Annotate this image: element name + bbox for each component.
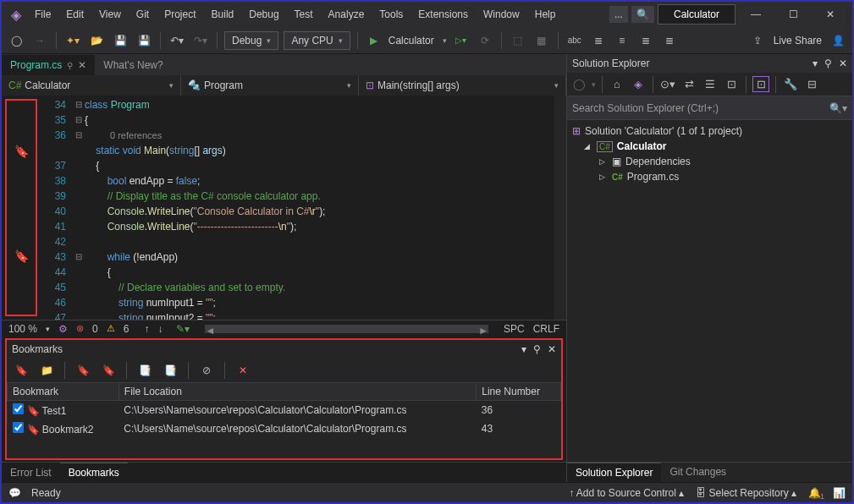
show-all-icon[interactable]: ⊡ [752,76,769,92]
col-header[interactable]: Line Number [477,383,561,401]
browser-icon[interactable]: ▦ [532,31,551,50]
notifications-icon[interactable]: 🔔1 [808,487,821,499]
platform-combo[interactable]: Any CPU [284,31,350,50]
prev-folder-icon[interactable]: 📑 [135,361,154,380]
switch-icon[interactable]: ◈ [630,78,647,90]
start-button[interactable]: ▶ [365,31,383,50]
start-target[interactable]: Calculator [388,35,434,47]
menu-project[interactable]: Project [157,5,203,24]
dropdown-icon[interactable]: ▾ [521,343,526,355]
tab-errorlist[interactable]: Error List [2,463,60,482]
hot-reload-icon[interactable]: ⟳ [476,31,494,50]
sync-icon[interactable]: ⊙▾ [659,78,676,90]
close-icon[interactable]: ✕ [839,58,847,69]
filter-icon[interactable]: ☰ [702,78,719,90]
preview-icon[interactable]: ⊟ [803,78,820,90]
delete-icon[interactable]: ✕ [234,361,252,380]
new-icon[interactable]: ✦▾ [63,31,82,50]
expand-icon[interactable]: ▷ [599,157,608,166]
liveshare-label[interactable]: Live Share [774,35,822,47]
pending-icon[interactable]: ⇄ [680,78,697,90]
save-icon[interactable]: 💾 [111,31,129,50]
next-folder-icon[interactable]: 📑 [161,361,179,380]
bookmark-margin[interactable]: 🔖 🔖 [5,99,37,316]
comment-icon[interactable]: ≣ [636,31,655,50]
next-bookmark-icon[interactable]: 🔖 [99,361,118,380]
feedback-icon[interactable]: 📊 [833,487,846,499]
menu-file[interactable]: File [27,5,58,24]
encoding[interactable]: SPC [504,323,525,335]
back-icon[interactable]: ◯ [7,31,25,50]
menu-help[interactable]: Help [527,5,564,24]
liveshare-icon[interactable]: ⇪ [748,31,767,50]
pin-icon[interactable]: ⚲ [533,343,541,355]
pin-icon[interactable]: ⚲ [824,58,832,69]
uncomment-icon[interactable]: ≣ [660,31,679,50]
bookmark-row[interactable]: 🔖 Bookmark2C:\Users\Name\source\repos\Ca… [8,419,561,438]
warning-icon[interactable]: ⚠ [107,323,115,334]
expand-icon[interactable]: ▷ [599,173,608,181]
new-folder-icon[interactable]: 📁 [37,361,56,380]
open-icon[interactable]: 📂 [87,31,106,50]
dropdown-icon[interactable]: ▾ [813,58,818,69]
toggle-bookmark-icon[interactable]: 🔖 [12,361,30,380]
down-arrow-icon[interactable]: ↓ [157,323,163,335]
search-dots-button[interactable]: ... [609,6,628,23]
collapse-icon[interactable]: ⊡ [723,78,740,90]
solution-node[interactable]: ⊞Solution 'Calculator' (1 of 1 project) [567,123,852,139]
pen-icon[interactable]: ✎▾ [176,323,190,335]
maximize-button[interactable]: ☐ [776,3,810,26]
project-node[interactable]: ◢C#Calculator [567,139,852,154]
tab-program[interactable]: Program.cs⚲✕ [2,55,95,75]
menu-view[interactable]: View [91,5,129,24]
close-icon[interactable]: ✕ [548,343,556,355]
tab-git-changes[interactable]: Git Changes [661,463,735,482]
save-all-icon[interactable]: 💾 [135,31,153,50]
config-combo[interactable]: Debug [224,31,278,50]
minimap[interactable] [554,96,566,320]
step-icon[interactable]: ⬚ [509,31,527,50]
col-header[interactable]: Bookmark [8,383,119,401]
tab-solution-explorer[interactable]: Solution Explorer [567,463,661,482]
home-icon[interactable]: ⌂ [609,78,625,90]
output-icon[interactable]: 💬 [8,487,21,499]
menu-window[interactable]: Window [476,5,527,24]
bookmark-icon[interactable]: 🔖 [14,249,29,263]
nav-method[interactable]: ⊡Main(string[] args)▾ [359,75,566,96]
hscrollbar[interactable]: ◄► [205,325,488,333]
col-header[interactable]: File Location [118,383,476,401]
lightbulb-icon[interactable]: ⚙ [58,323,68,335]
select-repo[interactable]: 🗄 Select Repository ▴ [696,487,796,499]
file-node[interactable]: ▷C#Program.cs [567,169,852,184]
format-icon[interactable]: ≡ [613,31,631,50]
menu-debug[interactable]: Debug [241,5,286,24]
error-icon[interactable]: ⊗ [76,323,84,334]
code-editor[interactable]: 343536 373839404142434445464748 ⊟⊟⊟⊟ cla… [37,96,566,320]
prev-bookmark-icon[interactable]: 🔖 [74,361,92,380]
bookmark-row[interactable]: 🔖 Test1C:\Users\Name\source\repos\Calcul… [8,401,561,420]
menu-build[interactable]: Build [204,5,242,24]
menu-git[interactable]: Git [129,5,157,24]
nav-class[interactable]: 🔩Program▾ [181,75,359,96]
menu-edit[interactable]: Edit [58,5,91,24]
properties-icon[interactable]: 🔧 [782,78,799,90]
pin-icon[interactable]: ⚲ [67,61,73,70]
search-button[interactable]: 🔍 [631,6,654,23]
tab-bookmarks[interactable]: Bookmarks [60,463,128,482]
back-icon[interactable]: ◯ [570,78,587,90]
menu-tools[interactable]: Tools [372,5,410,24]
menu-analyze[interactable]: Analyze [321,5,372,24]
redo-icon[interactable]: ↷▾ [191,31,210,50]
line-ending[interactable]: CRLF [533,323,559,335]
minimize-button[interactable]: — [739,3,773,26]
bookmark-checkbox[interactable] [13,403,24,414]
dependencies-node[interactable]: ▷▣Dependencies [567,154,852,169]
add-source-control[interactable]: ↑ Add to Source Control ▴ [569,487,684,499]
menu-extensions[interactable]: Extensions [410,5,476,24]
up-arrow-icon[interactable]: ↑ [144,323,149,335]
start-nodebug-button[interactable]: ▷▾ [452,31,471,50]
menu-test[interactable]: Test [287,5,321,24]
account-icon[interactable]: 👤 [829,31,847,50]
close-icon[interactable]: ✕ [78,59,86,71]
tab-whatsnew[interactable]: What's New? [95,55,171,75]
